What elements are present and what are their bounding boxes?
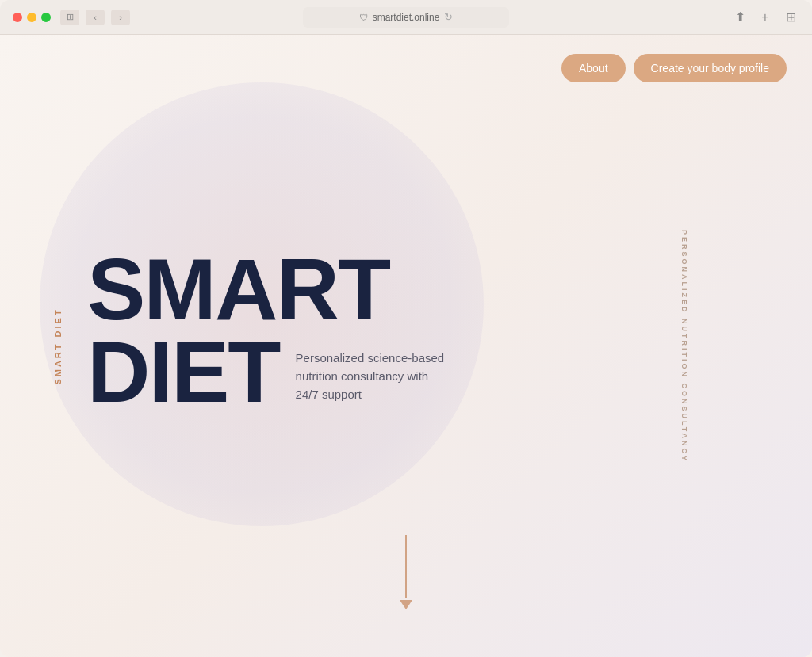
scroll-arrow[interactable] <box>400 535 412 609</box>
back-button[interactable]: ‹ <box>86 10 105 25</box>
hero-title-smart: SMART <box>87 247 454 330</box>
sidebar-right-label: PERSONALIZED NUTRITION CONSULTANCY <box>680 229 688 462</box>
security-icon: 🛡 <box>359 13 368 22</box>
traffic-lights <box>13 13 51 22</box>
refresh-icon: ↻ <box>444 11 453 23</box>
forward-button[interactable]: › <box>111 10 130 25</box>
window-controls-icon[interactable]: ⊞ <box>60 10 79 25</box>
arrow-head-icon <box>400 600 412 609</box>
url-text: smartdiet.online <box>373 12 440 23</box>
close-button[interactable] <box>13 13 22 22</box>
sidebar-left-label: SMART DIET <box>53 307 63 384</box>
hero-content: SMART DIET Personalized science-based nu… <box>87 247 454 413</box>
extensions-icon[interactable]: ⊞ <box>782 9 799 26</box>
create-profile-button[interactable]: Create your body profile <box>634 54 787 82</box>
browser-chrome: ⊞ ‹ › 🛡 smartdiet.online ↻ ⬆ + ⊞ <box>0 0 812 35</box>
new-tab-icon[interactable]: + <box>756 9 774 26</box>
hero-subtitle-row: DIET Personalized science-based nutritio… <box>87 330 454 414</box>
browser-nav-controls: ⊞ ‹ › <box>60 10 130 25</box>
website-content: SMART DIET PERSONALIZED NUTRITION CONSUL… <box>0 35 812 657</box>
browser-action-buttons: ⬆ + ⊞ <box>731 9 799 26</box>
nav-buttons: About Create your body profile <box>561 54 787 82</box>
share-icon[interactable]: ⬆ <box>731 9 749 26</box>
maximize-button[interactable] <box>41 13 51 22</box>
minimize-button[interactable] <box>27 13 36 22</box>
hero-description: Personalized science-based nutrition con… <box>296 348 454 403</box>
about-button[interactable]: About <box>561 54 626 82</box>
arrow-line <box>405 535 407 598</box>
hero-title-diet: DIET <box>87 330 280 414</box>
address-bar[interactable]: 🛡 smartdiet.online ↻ <box>303 7 509 28</box>
